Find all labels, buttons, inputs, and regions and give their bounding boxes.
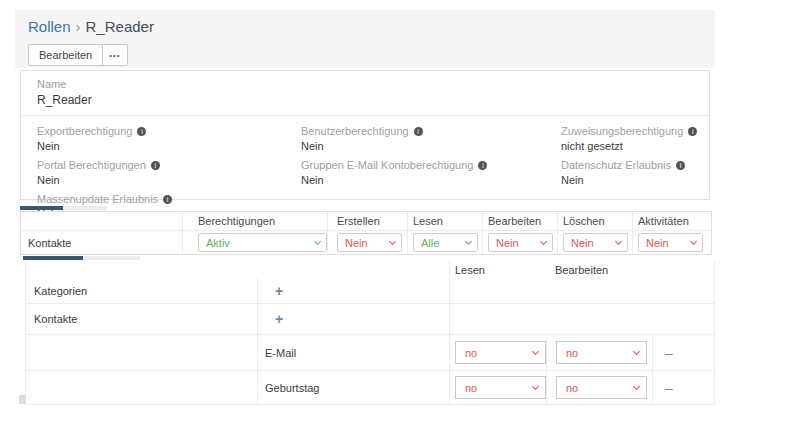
- info-icon[interactable]: i: [478, 161, 487, 170]
- group-row-kategorien: Kategorien +: [26, 278, 714, 304]
- name-label: Name: [37, 78, 693, 90]
- col-berechtigungen: Berechtigungen: [182, 212, 327, 230]
- read-select[interactable]: no: [455, 376, 546, 399]
- lesen-select[interactable]: Alle: [413, 233, 478, 252]
- add-icon[interactable]: +: [275, 283, 283, 299]
- field-zuweisungsberechtigung: Zuweisungsberechtigungi nicht gesetzt: [561, 125, 697, 152]
- remove-icon[interactable]: –: [665, 345, 673, 361]
- group-label: Kategorien: [26, 278, 257, 303]
- role-detail-panel: Name R_Reader Exportberechtigungi Nein B…: [20, 70, 710, 200]
- module-table-header: Berechtigungen Erstellen Lesen Bearbeite…: [21, 212, 711, 230]
- field-label: Datenschutz Erlaubnis: [561, 159, 671, 171]
- read-select[interactable]: no: [455, 341, 546, 364]
- toolbar: Bearbeiten •••: [28, 44, 128, 66]
- info-icon[interactable]: i: [414, 127, 423, 136]
- header-band: Rollen›R_Reader Bearbeiten •••: [15, 10, 715, 68]
- field-row-geburtstag: Geburtstag no no –: [26, 371, 714, 405]
- select-value: no: [465, 347, 477, 359]
- field-label: Gruppen E-Mail Kontoberechtigung: [301, 159, 473, 171]
- group-label: Kontakte: [26, 304, 257, 334]
- select-value: no: [566, 382, 578, 394]
- name-section: Name R_Reader: [21, 71, 709, 116]
- field-value: Nein: [301, 174, 561, 186]
- field-benutzerberechtigung: Benutzerberechtigungi Nein: [301, 125, 561, 152]
- more-actions-button[interactable]: •••: [103, 44, 127, 66]
- add-icon[interactable]: +: [275, 311, 283, 327]
- field-label: Benutzerberechtigung: [301, 125, 409, 137]
- edit-select[interactable]: no: [556, 341, 647, 364]
- aktivitaeten-select[interactable]: Nein: [638, 233, 703, 252]
- field-gruppen-email: Gruppen E-Mail Kontoberechtigungi Nein: [301, 159, 561, 186]
- info-icon[interactable]: i: [676, 161, 685, 170]
- breadcrumb-separator: ›: [76, 18, 81, 35]
- field-label: Geburtstag: [257, 371, 449, 404]
- field-label: Massenupdate Erlaubnis: [37, 193, 158, 205]
- col-loeschen: Löschen: [557, 212, 632, 230]
- edit-button[interactable]: Bearbeiten: [28, 44, 103, 66]
- select-value: Aktiv: [206, 237, 230, 249]
- info-icon[interactable]: i: [151, 161, 160, 170]
- col-erstellen: Erstellen: [327, 212, 407, 230]
- loeschen-select[interactable]: Nein: [563, 233, 628, 252]
- bearbeiten-select[interactable]: Nein: [488, 233, 553, 252]
- scrollbar-thumb[interactable]: [20, 206, 63, 210]
- field-table-header: Lesen Bearbeiten: [26, 261, 714, 278]
- select-value: no: [566, 347, 578, 359]
- select-value: Nein: [646, 237, 669, 249]
- info-icon[interactable]: i: [163, 195, 172, 204]
- field-value: Nein: [561, 174, 697, 186]
- permission-fields: Exportberechtigungi Nein Benutzerberecht…: [21, 116, 709, 220]
- col-aktivitaeten: Aktivitäten: [632, 212, 707, 230]
- erstellen-select[interactable]: Nein: [337, 233, 402, 252]
- berechtigungen-select[interactable]: Aktiv: [198, 233, 327, 252]
- module-name: Kontakte: [21, 231, 182, 254]
- field-value: Nein: [37, 140, 301, 152]
- field-datenschutz: Datenschutz Erlaubnisi Nein: [561, 159, 697, 186]
- col-lesen: Lesen: [407, 212, 482, 230]
- field-label: Exportberechtigung: [37, 125, 132, 137]
- select-value: Nein: [345, 237, 368, 249]
- module-table-scrollbar[interactable]: [20, 206, 107, 210]
- field-exportberechtigung: Exportberechtigungi Nein: [37, 125, 301, 152]
- edit-select[interactable]: no: [556, 376, 647, 399]
- group-row-kontakte: Kontakte +: [26, 304, 714, 335]
- breadcrumb-current: R_Reader: [86, 18, 154, 35]
- breadcrumb-link-rollen[interactable]: Rollen: [28, 18, 71, 35]
- scrollbar-thumb[interactable]: [23, 256, 83, 260]
- col-bearbeiten: Bearbeiten: [482, 212, 557, 230]
- select-value: no: [465, 382, 477, 394]
- col-bearbeiten: Bearbeiten: [546, 261, 652, 278]
- field-value: nicht gesetzt: [561, 140, 697, 152]
- table-corner-handle[interactable]: [19, 395, 26, 404]
- remove-icon[interactable]: –: [665, 380, 673, 396]
- module-row-kontakte: Kontakte Aktiv Nein Alle Nein Nein Nein: [21, 230, 711, 254]
- field-permission-table: Lesen Bearbeiten Kategorien + Kontakte +…: [25, 261, 715, 405]
- select-value: Nein: [571, 237, 594, 249]
- select-value: Nein: [496, 237, 519, 249]
- field-portal-berechtigungen: Portal Berechtigungeni Nein: [37, 159, 301, 186]
- field-label: E-Mail: [257, 335, 449, 370]
- field-value: Nein: [301, 140, 561, 152]
- col-lesen: Lesen: [449, 261, 546, 278]
- breadcrumb: Rollen›R_Reader: [28, 18, 154, 35]
- info-icon[interactable]: i: [688, 127, 697, 136]
- module-permission-table: Berechtigungen Erstellen Lesen Bearbeite…: [20, 211, 712, 255]
- field-row-email: E-Mail no no –: [26, 335, 714, 371]
- info-icon[interactable]: i: [137, 127, 146, 136]
- col-module: [21, 212, 182, 230]
- field-value: Nein: [37, 174, 301, 186]
- name-value: R_Reader: [37, 93, 693, 107]
- field-table-scrollbar[interactable]: [23, 256, 140, 260]
- field-label: Portal Berechtigungen: [37, 159, 146, 171]
- field-label: Zuweisungsberechtigung: [561, 125, 683, 137]
- select-value: Alle: [421, 237, 439, 249]
